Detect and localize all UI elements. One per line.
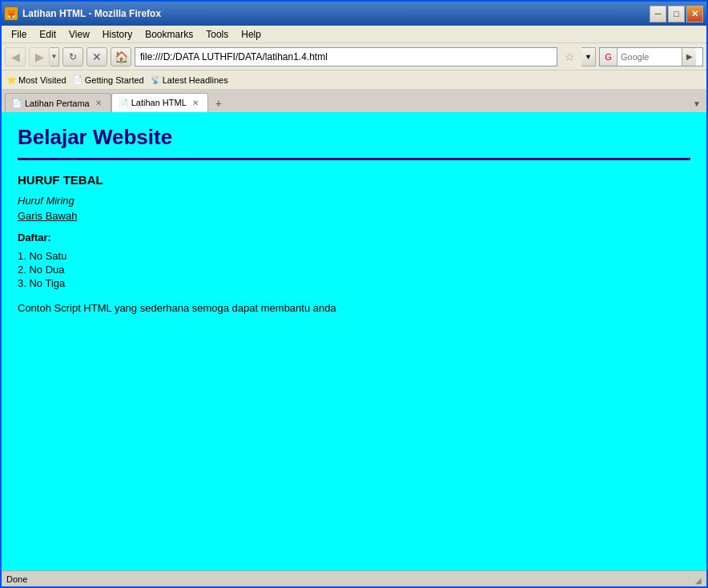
- page-icon: 📄: [73, 75, 82, 84]
- titlebar-title: Latihan HTML - Mozilla Firefox: [22, 8, 161, 19]
- tabs-bar: 📄 Latihan Pertama ✕ 📄 Latihan HTML ✕ + ▼: [2, 90, 706, 112]
- bookmarks-bar: ⭐ Most Visited 📄 Getting Started 📡 Lates…: [2, 70, 706, 90]
- browser-window: 🦊 Latihan HTML - Mozilla Firefox ─ □ ✕ F…: [0, 0, 708, 588]
- resize-handle[interactable]: ◢: [690, 574, 702, 585]
- ordered-list: 1. No Satu 2. No Dua 3. No Tiga: [18, 250, 690, 289]
- search-go-button[interactable]: ▶: [682, 48, 696, 66]
- reload-button[interactable]: ↻: [62, 47, 83, 66]
- forward-button[interactable]: ▶: [29, 47, 50, 66]
- back-button[interactable]: ◀: [5, 47, 26, 66]
- horizontal-rule: [18, 158, 690, 160]
- italic-text: Huruf Miring: [18, 195, 690, 207]
- status-text: Done: [6, 574, 27, 584]
- menu-help[interactable]: Help: [235, 27, 268, 42]
- menu-edit[interactable]: Edit: [33, 27, 62, 42]
- new-tab-button[interactable]: +: [210, 95, 227, 112]
- content-area: Belajar Website HURUF TEBAL Huruf Miring…: [2, 112, 706, 570]
- address-dropdown[interactable]: ▼: [581, 47, 596, 66]
- google-search-icon: G: [600, 48, 617, 66]
- home-button[interactable]: 🏠: [111, 47, 131, 66]
- bookmark-most-visited-label: Most Visited: [18, 75, 66, 85]
- forward-dropdown[interactable]: ▼: [50, 47, 59, 66]
- search-box: G ▶: [599, 47, 703, 66]
- list-item-2: 2. No Dua: [18, 264, 690, 276]
- tab-latihan-html[interactable]: 📄 Latihan HTML ✕: [111, 93, 208, 112]
- tab-label-2: Latihan HTML: [131, 98, 187, 107]
- tab-close-1[interactable]: ✕: [93, 98, 104, 109]
- statusbar: Done ◢: [2, 570, 706, 586]
- bookmark-getting-started-label: Getting Started: [85, 75, 144, 85]
- bookmark-latest-headlines-label: Latest Headlines: [163, 75, 228, 85]
- list-item-1: 1. No Satu: [18, 250, 690, 262]
- address-input[interactable]: [140, 51, 552, 62]
- rss-icon: 📡: [151, 75, 160, 84]
- menu-bookmarks[interactable]: Bookmarks: [139, 27, 199, 42]
- bookmark-most-visited[interactable]: ⭐ Most Visited: [6, 75, 66, 85]
- bookmark-latest-headlines[interactable]: 📡 Latest Headlines: [151, 75, 228, 85]
- page-title: Belajar Website: [18, 125, 690, 150]
- minimize-button[interactable]: ─: [650, 6, 666, 22]
- titlebar-left: 🦊 Latihan HTML - Mozilla Firefox: [5, 7, 161, 20]
- maximize-button[interactable]: □: [668, 6, 685, 22]
- menu-view[interactable]: View: [62, 27, 96, 42]
- daftar-label: Daftar:: [18, 232, 690, 244]
- search-input[interactable]: [617, 52, 682, 62]
- menu-tools[interactable]: Tools: [199, 27, 235, 42]
- menubar: File Edit View History Bookmarks Tools H…: [2, 26, 706, 43]
- underline-text: Garis Bawah: [18, 210, 690, 222]
- address-bar: [135, 47, 557, 66]
- titlebar-controls: ─ □ ✕: [650, 6, 703, 22]
- titlebar: 🦊 Latihan HTML - Mozilla Firefox ─ □ ✕: [2, 2, 706, 26]
- tab-latihan-pertama[interactable]: 📄 Latihan Pertama ✕: [5, 93, 111, 112]
- tab-close-2[interactable]: ✕: [190, 97, 201, 108]
- menu-history[interactable]: History: [96, 27, 139, 42]
- bold-heading: HURUF TEBAL: [18, 173, 690, 187]
- stop-button[interactable]: ✕: [86, 47, 107, 66]
- star-icon: ⭐: [6, 75, 16, 84]
- navbar: ◀ ▶ ▼ ↻ ✕ 🏠 ☆ ▼ G ▶: [2, 43, 706, 70]
- closing-text: Contoh Script HTML yang sederhana semoga…: [18, 302, 690, 314]
- bookmark-star-button[interactable]: ☆: [561, 48, 578, 66]
- tab-page-icon-2: 📄: [119, 99, 128, 107]
- list-item-3: 3. No Tiga: [18, 277, 690, 289]
- firefox-icon: 🦊: [5, 7, 18, 20]
- tab-page-icon-1: 📄: [12, 99, 22, 107]
- menu-file[interactable]: File: [5, 27, 33, 42]
- bookmark-getting-started[interactable]: 📄 Getting Started: [73, 75, 144, 85]
- close-button[interactable]: ✕: [686, 6, 703, 22]
- tab-list-button[interactable]: ▼: [690, 95, 703, 112]
- tab-label-1: Latihan Pertama: [25, 99, 90, 108]
